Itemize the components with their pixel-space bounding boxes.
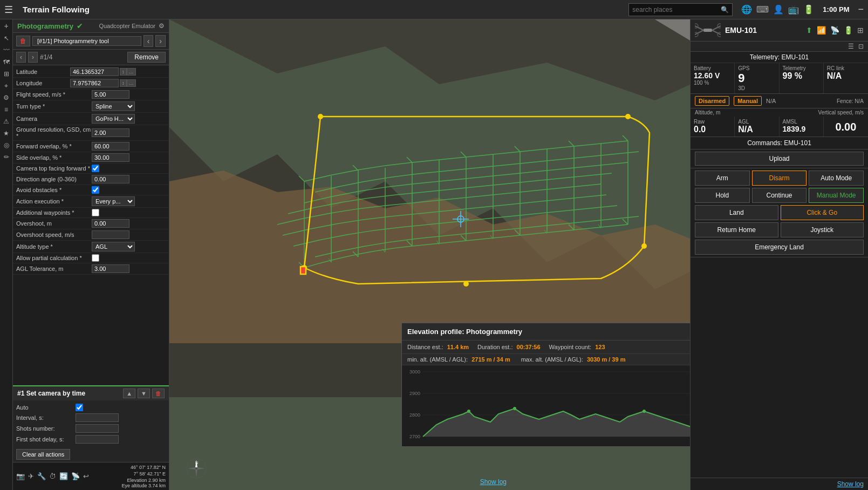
fwd-overlap-input[interactable]: [92, 142, 129, 151]
keyboard-icon[interactable]: ⌨: [756, 4, 769, 15]
svg-line-16: [515, 146, 520, 152]
click-go-btn[interactable]: Click & Go: [781, 205, 864, 220]
fly-tool-icon[interactable]: ✈: [28, 472, 34, 480]
star-icon[interactable]: ★: [3, 130, 9, 137]
turntype-select[interactable]: SplineStop and TurnAdaptive bank: [92, 101, 135, 111]
clear-all-btn[interactable]: Clear all actions: [16, 449, 70, 460]
layers-icon[interactable]: ≡: [4, 106, 8, 113]
svg-point-43: [467, 410, 470, 413]
expand-panel-btn[interactable]: ⊞: [857, 26, 864, 35]
overshoot-speed-input[interactable]: [92, 230, 129, 239]
lon-btn2[interactable]: …: [127, 79, 136, 87]
target-icon[interactable]: ◎: [4, 141, 9, 149]
form-row-latitude: Latitude ↕ …: [13, 66, 169, 78]
svg-text:2700: 2700: [409, 434, 420, 439]
right-top-btns: ☰ ⊡: [691, 42, 868, 52]
undo-tool-icon[interactable]: ↩: [83, 472, 89, 480]
nav-prev-btn[interactable]: ‹: [143, 35, 154, 47]
longitude-input[interactable]: [70, 79, 119, 87]
clock-tool-icon[interactable]: ⏱: [49, 472, 56, 480]
shots-label: Shots number:: [16, 425, 76, 432]
settings2-icon[interactable]: ⚙: [3, 94, 9, 101]
upload-btn[interactable]: Upload: [695, 152, 864, 166]
agl-tol-input[interactable]: [92, 264, 129, 273]
action-del-btn[interactable]: 🗑: [152, 389, 165, 398]
edit-icon[interactable]: ✏: [4, 153, 9, 161]
maximize-icon[interactable]: ⊡: [858, 43, 864, 50]
page-next-btn[interactable]: ›: [28, 52, 38, 63]
avoid-checkbox[interactable]: [92, 186, 99, 194]
alert-icon[interactable]: ⚠: [3, 118, 9, 125]
partial-calc-checkbox[interactable]: [92, 254, 99, 262]
scan-icon[interactable]: ⌖: [4, 82, 8, 90]
interval-input[interactable]: [76, 413, 119, 422]
alt-type-select[interactable]: AGLAMSLRelative: [92, 242, 135, 251]
overshoot-label: Overshoot, m: [16, 220, 92, 227]
antenna-icon: 📡: [830, 26, 839, 35]
settings-icon[interactable]: ⚙: [159, 22, 165, 30]
return-home-btn[interactable]: Return Home: [695, 222, 778, 237]
action-exec-select[interactable]: Every p...At firstAt last: [92, 196, 135, 206]
show-log-btn[interactable]: Show log: [480, 478, 507, 486]
arm-btn[interactable]: Arm: [695, 171, 750, 186]
lat-btn1[interactable]: ↕: [120, 68, 127, 76]
form-row-avoid: Avoid obstacles *: [13, 185, 169, 195]
globe-icon[interactable]: 🌐: [741, 4, 752, 15]
plus-icon[interactable]: +: [4, 22, 8, 30]
wrench-tool-icon[interactable]: 🔧: [37, 472, 46, 480]
refresh-tool-icon[interactable]: 🔄: [59, 472, 68, 480]
first-shot-input[interactable]: [76, 435, 119, 444]
hold-btn[interactable]: Hold: [695, 188, 750, 203]
show-log-right-btn[interactable]: Show log: [837, 480, 864, 488]
battery-icon[interactable]: 🔋: [803, 4, 814, 15]
delete-tool-btn[interactable]: 🗑: [16, 36, 30, 46]
continue-btn[interactable]: Continue: [752, 188, 807, 203]
remove-btn[interactable]: Remove: [127, 52, 166, 63]
manual-mode-btn[interactable]: Manual Mode: [809, 188, 864, 203]
svg-line-13: [353, 165, 358, 171]
menu-icon[interactable]: ☰: [4, 4, 13, 16]
gsd-input[interactable]: [92, 128, 129, 137]
disarm-btn[interactable]: Disarm: [752, 171, 807, 186]
lon-btn1[interactable]: ↕: [120, 79, 127, 87]
svg-point-22: [641, 243, 647, 249]
auto-mode-btn[interactable]: Auto Mode: [809, 171, 864, 186]
search-input[interactable]: [632, 6, 719, 13]
auto-checkbox[interactable]: [76, 404, 83, 411]
overshoot-input[interactable]: [92, 219, 129, 228]
camera-select[interactable]: GoPro H...Sony A7R: [92, 114, 135, 124]
route-icon[interactable]: 〰: [3, 46, 10, 54]
lat-btn2[interactable]: …: [127, 68, 136, 76]
shots-input[interactable]: [76, 424, 119, 433]
form-row-fwd-overlap: Forward overlap, % *: [13, 141, 169, 152]
action-up-btn[interactable]: ▲: [123, 389, 135, 398]
telemetry-grid: Battery 12.60 V 100 % GPS 9 3D Telemetry…: [691, 63, 868, 93]
latitude-input[interactable]: [70, 67, 119, 76]
action-down-btn[interactable]: ▼: [138, 389, 150, 398]
dir-angle-input[interactable]: [92, 175, 129, 183]
map-area[interactable]: Elevation profile: Photogrammetry ✕ Dist…: [169, 19, 690, 490]
add-waypoints-checkbox[interactable]: [92, 209, 99, 216]
cursor-icon[interactable]: ↖: [4, 35, 9, 42]
map-icon[interactable]: 🗺: [3, 58, 10, 66]
raw-label: Raw: [694, 119, 731, 125]
user-icon[interactable]: 👤: [773, 4, 784, 15]
minimize-btn[interactable]: −: [858, 4, 864, 15]
form-row-overshoot: Overshoot, m: [13, 218, 169, 229]
first-shot-label: First shot delay, s:: [16, 436, 76, 443]
joystick-btn[interactable]: Joystick: [781, 222, 864, 237]
form-row-action-exec: Action execution * Every p...At firstAt …: [13, 195, 169, 208]
nav-next-btn[interactable]: ›: [155, 35, 166, 47]
list-icon[interactable]: ☰: [848, 43, 854, 50]
grid-icon[interactable]: ⊞: [4, 70, 9, 78]
camera-top-checkbox[interactable]: [92, 165, 99, 172]
cam-tool-icon[interactable]: 📷: [16, 472, 25, 480]
land-btn[interactable]: Land: [695, 205, 778, 220]
tele-gps: GPS 9 3D: [735, 63, 779, 93]
emergency-land-btn[interactable]: Emergency Land: [695, 240, 864, 255]
side-overlap-input[interactable]: [92, 153, 129, 162]
speed-input[interactable]: [92, 90, 129, 99]
page-prev-btn[interactable]: ‹: [16, 52, 26, 63]
signal-tool-icon[interactable]: 📡: [71, 472, 80, 480]
monitor-icon[interactable]: 📺: [788, 4, 799, 15]
